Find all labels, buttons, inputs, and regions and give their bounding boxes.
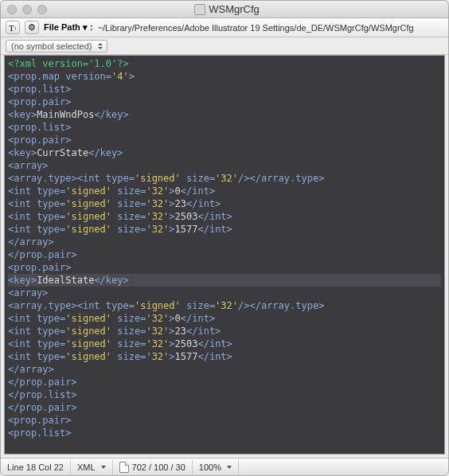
code-line[interactable]: <?xml version='1.0'?> bbox=[8, 57, 441, 70]
code-line[interactable]: </prop.pair> bbox=[8, 248, 441, 261]
code-line[interactable]: </prop.pair> bbox=[8, 401, 441, 414]
zoom-icon[interactable] bbox=[37, 5, 47, 14]
language-mode[interactable]: XML bbox=[71, 460, 113, 474]
code-line[interactable]: <prop.pair> bbox=[8, 134, 441, 146]
statusbar: Line 18 Col 22 XML 702 / 100 / 30 100% bbox=[1, 458, 448, 475]
file-path-label[interactable]: File Path ▾ : bbox=[44, 22, 93, 33]
code-line[interactable]: <key>IdealState</key> bbox=[8, 274, 441, 287]
code-line[interactable]: <array> bbox=[8, 287, 441, 299]
code-line[interactable]: <int type='signed' size='32'>0</int> bbox=[8, 312, 441, 325]
code-line[interactable]: <prop.pair> bbox=[8, 414, 441, 427]
code-line[interactable]: <key>MainWndPos</key> bbox=[8, 108, 441, 121]
code-line[interactable]: <prop.list> bbox=[8, 121, 441, 134]
code-line[interactable]: <int type='signed' size='32'>23</int> bbox=[8, 197, 441, 210]
page-icon bbox=[119, 462, 129, 473]
symbol-selector[interactable]: (no symbol selected) bbox=[6, 40, 107, 53]
titlebar: WSMgrCfg bbox=[1, 1, 448, 18]
code-line[interactable]: <int type='signed' size='32'>23</int> bbox=[8, 325, 441, 337]
code-line[interactable]: <prop.pair> bbox=[8, 96, 441, 108]
zoom-level[interactable]: 100% bbox=[193, 460, 239, 474]
toolbar: T↓ ⚙ File Path ▾ : ~/Library/Preferences… bbox=[1, 18, 448, 37]
window-title-text: WSMgrCfg bbox=[209, 3, 260, 15]
code-line[interactable]: </prop.list> bbox=[8, 388, 441, 401]
window-title: WSMgrCfg bbox=[47, 3, 407, 15]
traffic-lights bbox=[7, 5, 47, 14]
editor-wrap: <?xml version='1.0'?><prop.map version='… bbox=[4, 55, 445, 455]
code-line[interactable]: <int type='signed' size='32'>1577</int> bbox=[8, 223, 441, 236]
code-line[interactable]: </array> bbox=[8, 236, 441, 248]
code-line[interactable]: <int type='signed' size='32'>2503</int> bbox=[8, 337, 441, 350]
document-icon bbox=[194, 4, 205, 15]
code-line[interactable]: <prop.pair> bbox=[8, 261, 441, 274]
code-line[interactable]: <key>CurrState</key> bbox=[8, 146, 441, 159]
symbol-row: (no symbol selected) bbox=[1, 37, 448, 55]
close-icon[interactable] bbox=[7, 5, 17, 14]
code-line[interactable]: <prop.list> bbox=[8, 427, 441, 439]
code-line[interactable]: </array> bbox=[8, 363, 441, 376]
file-path[interactable]: ~/Library/Preferences/Adobe Illustrator … bbox=[98, 23, 414, 33]
code-line[interactable]: <array> bbox=[8, 159, 441, 172]
code-line[interactable]: <int type='signed' size='32'>2503</int> bbox=[8, 210, 441, 223]
doc-stats[interactable]: 702 / 100 / 30 bbox=[113, 460, 193, 474]
cursor-position[interactable]: Line 18 Col 22 bbox=[1, 460, 71, 474]
code-line[interactable]: </prop.pair> bbox=[8, 376, 441, 388]
code-line[interactable]: <int type='signed' size='32'>0</int> bbox=[8, 185, 441, 197]
code-line[interactable]: <int type='signed' size='32'>1577</int> bbox=[8, 350, 441, 363]
code-line[interactable]: <prop.list> bbox=[8, 83, 441, 96]
code-editor[interactable]: <?xml version='1.0'?><prop.map version='… bbox=[5, 56, 444, 454]
minimize-icon[interactable] bbox=[22, 5, 32, 14]
settings-button[interactable]: ⚙ bbox=[25, 21, 39, 34]
code-line[interactable]: <prop.map version='4'> bbox=[8, 70, 441, 83]
code-line[interactable]: <array.type><int type='signed' size='32'… bbox=[8, 172, 441, 185]
code-line[interactable]: <array.type><int type='signed' size='32'… bbox=[8, 299, 441, 312]
text-tool-button[interactable]: T↓ bbox=[6, 21, 20, 34]
